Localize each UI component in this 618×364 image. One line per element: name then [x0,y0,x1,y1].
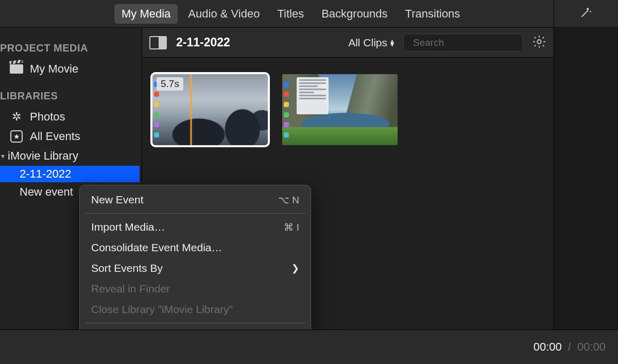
time-separator: / [565,340,574,354]
svg-point-2 [537,40,541,43]
enhance-panel-toggle[interactable] [554,0,618,28]
menu-sort-events-by[interactable]: Sort Events By ❯ [80,258,311,279]
menu-in-thumb-icon [297,77,329,114]
clip-thumbnail[interactable]: 5.7s [152,74,268,145]
project-media-header: PROJECT MEDIA [0,39,142,59]
menu-separator [85,323,305,323]
sidebar-item-label: All Events [30,130,80,143]
libraries-header: LIBRARIES [0,87,142,107]
tab-backgrounds[interactable]: Backgrounds [314,4,394,24]
menu-item-label: Close Library "iMovie Library" [91,303,233,316]
tab-my-media[interactable]: My Media [114,4,178,24]
tab-titles[interactable]: Titles [270,4,311,24]
gear-icon [532,34,546,49]
tab-audio-video[interactable]: Audio & Video [181,4,267,24]
clip-filter-dropdown[interactable]: All Clips ▴▾ [348,37,394,49]
menu-reveal-in-finder: Reveal in Finder [80,279,311,299]
menu-item-label: New Event [91,194,144,206]
menu-shortcut: ⌘ I [284,221,299,233]
event-context-menu: New Event ⌥ N Import Media… ⌘ I Consolid… [79,185,311,352]
clip-duration-badge: 5.7s [157,77,183,91]
menu-item-label: Sort Events By [91,262,163,274]
clapperboard-icon [9,64,24,74]
sidebar-item-label: My Movie [30,62,78,76]
search-input[interactable] [413,37,535,48]
photos-app-icon: ✲ [9,110,24,124]
chevron-down-icon: ▾ [1,152,5,160]
menu-consolidate-event-media[interactable]: Consolidate Event Media… [80,237,311,258]
menu-shortcut: ⌥ N [278,194,299,206]
skimmer-playhead[interactable] [191,74,192,145]
current-time: 00:00 [534,340,562,354]
menu-item-label: Import Media… [91,221,165,233]
chevron-updown-icon: ▴▾ [390,39,394,46]
menu-close-library: Close Library "iMovie Library" [80,299,311,320]
sidebar-item-label: Photos [30,110,65,124]
menu-import-media[interactable]: Import Media… ⌘ I [80,217,311,237]
sidebar-item-label: 2-11-2022 [20,167,71,181]
chevron-right-icon: ❯ [291,263,299,274]
sidebar-item-label: iMovie Library [8,149,78,163]
top-tab-bar: My Media Audio & Video Titles Background… [0,0,618,28]
sidebar-item-label: New event [20,185,73,199]
event-title: 2-11-2022 [176,36,230,49]
magic-wand-icon [579,6,593,22]
menu-item-label: Reveal in Finder [91,283,170,295]
sidebar-item-project[interactable]: My Movie [0,59,142,79]
toggle-sidebar-button[interactable] [149,36,167,49]
clip-filter-label: All Clips [348,37,387,49]
menu-item-label: Consolidate Event Media… [91,241,222,254]
sidebar-item-photos[interactable]: ✲ Photos [0,107,142,127]
menu-new-event[interactable]: New Event ⌥ N [80,189,311,210]
browser-settings-button[interactable] [532,34,546,51]
inspector-panel [554,28,618,330]
browser-toolbar: 2-11-2022 All Clips ▴▾ [142,28,554,58]
clip-thumbnail[interactable] [282,74,398,145]
tab-transitions[interactable]: Transitions [398,4,468,24]
sidebar-item-library[interactable]: ▾ iMovie Library [0,146,142,166]
timecode-footer: 00:00 / 00:00 [0,330,618,364]
total-time: 00:00 [577,340,606,354]
star-icon: ★ [9,130,24,143]
sidebar-item-all-events[interactable]: ★ All Events [0,127,142,146]
search-field[interactable] [403,34,523,51]
menu-separator [85,213,305,214]
media-tabs: My Media Audio & Video Titles Background… [114,4,467,24]
dock-in-thumb-icon [284,79,290,140]
sidebar-item-event-selected[interactable]: 2-11-2022 [0,166,140,182]
